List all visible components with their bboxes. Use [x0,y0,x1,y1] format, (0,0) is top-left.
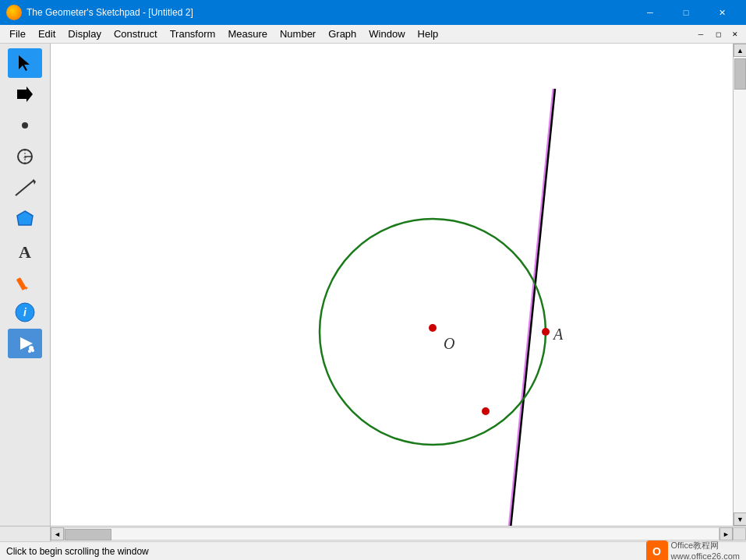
sub-maximize-button[interactable]: ◻ [710,27,726,41]
watermark-icon: O [646,541,668,561]
scroll-down-button[interactable]: ▼ [734,512,746,526]
sub-close-button[interactable]: ✕ [727,27,743,41]
line-tool[interactable] [8,173,42,203]
main-layout: + A [0,44,746,526]
info-tool[interactable]: i [8,298,42,327]
scroll-up-button[interactable]: ▲ [734,44,746,57]
svg-point-3 [18,150,32,164]
svg-point-24 [542,328,550,336]
sketch-canvas: O A [51,44,733,526]
menu-measure[interactable]: Measure [221,25,274,43]
svg-point-22 [429,324,437,332]
menu-number[interactable]: Number [274,25,322,43]
animate-tool[interactable] [8,329,42,358]
point-tool[interactable] [8,111,42,140]
menu-bar: File Edit Display Construct Transform Me… [0,25,746,44]
status-message: Click to begin scrolling the window [6,546,149,557]
menu-edit[interactable]: Edit [32,25,62,43]
horizontal-scroll-track[interactable] [64,527,719,541]
svg-point-17 [28,350,31,353]
maximize-button[interactable]: □ [668,0,704,25]
svg-text:A: A [19,242,31,262]
svg-point-13 [16,303,34,322]
title-bar: The Geometer's Sketchpad - [Untitled 2] … [0,0,746,25]
menu-construct[interactable]: Construct [108,25,164,43]
window-controls: ─ □ ✕ [632,0,740,25]
menu-file[interactable]: File [3,25,32,43]
svg-marker-8 [33,179,36,185]
close-button[interactable]: ✕ [704,0,740,25]
watermark: O Office教程网 www.office26.com [646,541,740,561]
svg-marker-15 [20,337,33,350]
scroll-corner [733,527,746,541]
svg-line-7 [16,180,34,195]
svg-point-18 [31,349,34,352]
svg-marker-0 [19,55,30,71]
minimize-button[interactable]: ─ [632,0,668,25]
svg-point-2 [22,122,28,129]
horizontal-scroll-thumb[interactable] [65,529,111,541]
compass-tool[interactable]: + [8,142,42,171]
status-bar: Click to begin scrolling the window O Of… [0,541,746,560]
text-tool[interactable]: A [8,235,42,265]
scroll-thumb[interactable] [734,58,746,90]
svg-point-16 [29,346,34,350]
svg-text:O: O [444,335,454,352]
scrollbar-right: ▲ ▼ [733,44,746,526]
svg-marker-9 [17,211,33,225]
scroll-right-button[interactable]: ► [719,527,733,541]
canvas-area[interactable]: O A [51,44,733,526]
scroll-track[interactable] [734,57,746,512]
svg-text:+: + [23,154,27,161]
scrollbar-bottom-row: ◄ ► [0,526,746,541]
polygon-tool[interactable] [8,204,42,234]
toolbar: + A [0,44,51,526]
menu-display[interactable]: Display [62,25,108,43]
window-title: The Geometer's Sketchpad - [Untitled 2] [27,7,632,18]
forward-arrow-tool[interactable] [8,79,42,109]
sub-minimize-button[interactable]: ─ [693,27,709,41]
menu-window[interactable]: Window [362,25,411,43]
app-icon [6,5,22,20]
menu-transform[interactable]: Transform [164,25,222,43]
svg-point-26 [482,407,490,415]
arrow-tool[interactable] [8,48,42,78]
menu-help[interactable]: Help [412,25,445,43]
svg-marker-12 [24,286,28,290]
svg-rect-11 [16,277,27,291]
marker-tool[interactable] [8,266,42,296]
svg-marker-1 [17,86,33,102]
watermark-text: Office教程网 www.office26.com [671,541,740,560]
svg-text:A: A [552,326,564,343]
scroll-left-button[interactable]: ◄ [51,527,64,541]
menu-graph[interactable]: Graph [322,25,362,43]
svg-line-19 [505,89,553,526]
svg-text:i: i [23,306,27,319]
